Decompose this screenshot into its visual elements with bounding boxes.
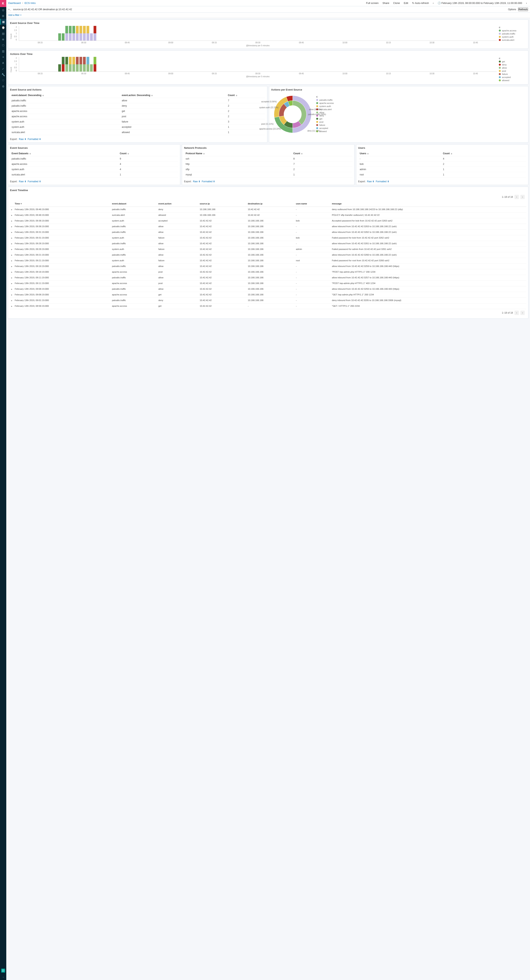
bar-segment[interactable] <box>65 57 68 64</box>
bar-segment[interactable] <box>65 64 68 72</box>
nav-maps-icon[interactable]: ⊕ <box>0 37 6 42</box>
timeline-row[interactable]: ▸February 13th 2019, 09:36:19.000system.… <box>10 218 526 224</box>
export-formatted-link[interactable]: Formatted ⬇ <box>28 138 41 140</box>
legend-item[interactable]: system.auth <box>499 36 526 38</box>
expand-row-icon[interactable]: ▸ <box>10 258 14 264</box>
timeline-row[interactable]: ▸February 13th 2019, 09:26:19.000system.… <box>10 247 526 252</box>
timerange-picker[interactable]: 🕓 February 13th 2019, 08:00:00.000 to Fe… <box>436 1 523 5</box>
chart-bars[interactable] <box>19 26 497 41</box>
legend-collapse-icon[interactable]: ◐ <box>316 95 318 98</box>
expand-row-icon[interactable]: ▸ <box>10 292 14 298</box>
table-row[interactable]: http7 <box>184 162 352 167</box>
column-header[interactable]: destination.ip <box>247 201 295 207</box>
table-row[interactable]: admin1 <box>358 167 526 172</box>
timerange-prev-icon[interactable]: ‹ <box>431 1 435 5</box>
kibana-logo[interactable]: K <box>0 0 6 7</box>
column-header[interactable]: user.name <box>295 201 331 207</box>
nav-logs-icon[interactable]: ≡ <box>0 54 6 60</box>
nav-collapse-icon[interactable]: → <box>0 974 6 980</box>
bar-segment[interactable] <box>80 26 82 33</box>
legend-item[interactable]: post <box>316 121 344 123</box>
add-filter-button[interactable]: Add a filter + <box>8 14 22 16</box>
timeline-row[interactable]: ▸February 13th 2019, 09:11:19.000apache.… <box>10 281 526 286</box>
export-raw-link[interactable]: Raw ⬇ <box>193 180 200 183</box>
nav-visualize-icon[interactable]: ⊞ <box>0 13 6 19</box>
refresh-button[interactable]: Refresh <box>518 8 528 11</box>
table-row[interactable]: system.authaccepted1 <box>10 124 265 130</box>
legend-item[interactable]: get <box>499 60 526 63</box>
table-row[interactable]: paloalto.trafficallow7 <box>10 98 265 103</box>
table-row[interactable]: apache.accesspost2 <box>10 114 265 119</box>
timeline-row[interactable]: ▸February 13th 2019, 08:56:19.000apache.… <box>10 304 526 309</box>
bar-segment[interactable] <box>58 64 61 72</box>
share-button[interactable]: Share <box>381 1 391 5</box>
legend-item[interactable]: paloalto.traffic <box>499 33 526 35</box>
bar-segment[interactable] <box>86 26 89 33</box>
timeline-row[interactable]: ▸February 13th 2019, 09:11:19.000paloalt… <box>10 275 526 281</box>
timeline-row[interactable]: ▸February 13th 2019, 09:46:19.000paloalt… <box>10 207 526 212</box>
bar-segment[interactable] <box>76 26 79 33</box>
nav-uptime-icon[interactable]: ✓ <box>0 66 6 72</box>
expand-row-icon[interactable]: ▸ <box>10 212 14 218</box>
fullscreen-button[interactable]: Full screen <box>365 1 380 5</box>
table-row[interactable]: paloalto.trafficdeny2 <box>10 103 265 108</box>
legend-item[interactable]: failure <box>316 124 344 126</box>
pager-prev-icon[interactable]: ‹ <box>514 311 519 315</box>
export-raw-link[interactable]: Raw ⬇ <box>19 138 26 140</box>
nav-timelion-icon[interactable]: ⌚ <box>0 25 6 30</box>
timeline-row[interactable]: ▸February 13th 2019, 09:21:19.000system.… <box>10 258 526 264</box>
bar-segment[interactable] <box>86 64 89 72</box>
bar-segment[interactable] <box>94 57 96 64</box>
expand-row-icon[interactable]: ▸ <box>10 275 14 281</box>
nav-apm-icon[interactable]: ⋔ <box>0 60 6 66</box>
table-row[interactable]: root1 <box>358 172 526 177</box>
nav-ml-icon[interactable]: ⬡ <box>0 42 6 48</box>
pager-next-icon[interactable]: › <box>520 311 525 315</box>
column-header[interactable]: event.action: Descending ◆ <box>120 93 227 98</box>
bar-segment[interactable] <box>69 57 72 64</box>
column-header[interactable]: event.action <box>157 201 198 207</box>
legend-item[interactable]: allowed <box>499 79 526 81</box>
options-link[interactable]: Options <box>508 8 516 11</box>
chart-bars[interactable] <box>19 57 497 72</box>
expand-row-icon[interactable]: ▸ <box>10 298 14 304</box>
expand-row-icon[interactable]: ▸ <box>10 241 14 247</box>
export-raw-link[interactable]: Raw ⬇ <box>19 180 26 183</box>
nav-dashboard-icon[interactable]: ▦ <box>0 19 6 25</box>
table-row[interactable]: apache.accessget2 <box>10 108 265 114</box>
expand-row-icon[interactable]: ▸ <box>10 247 14 252</box>
legend-item[interactable]: get <box>316 118 344 120</box>
timeline-row[interactable]: ▸February 13th 2019, 09:31:19.000paloalt… <box>10 229 526 235</box>
nav-default-icon[interactable]: D <box>1 969 5 972</box>
column-header[interactable]: event.dataset <box>111 201 157 207</box>
export-raw-link[interactable]: Raw ⬇ <box>367 180 374 183</box>
bar-segment[interactable] <box>62 64 64 72</box>
timeline-row[interactable]: ▸February 13th 2019, 09:26:19.000paloalt… <box>10 241 526 247</box>
column-header[interactable]: Time ▾ <box>14 201 111 207</box>
export-formatted-link[interactable]: Formatted ⬇ <box>28 180 41 183</box>
export-formatted-link[interactable]: Formatted ⬇ <box>202 180 215 183</box>
autorefresh-button[interactable]: ↻ Auto-refresh <box>411 1 430 5</box>
column-header[interactable]: Count ◆ <box>292 151 352 156</box>
bar-segment[interactable] <box>72 33 75 41</box>
edit-button[interactable]: Edit <box>403 1 409 5</box>
bar-segment[interactable] <box>69 33 72 41</box>
bar-segment[interactable] <box>86 33 89 41</box>
bar-segment[interactable] <box>65 26 68 33</box>
bar-segment[interactable] <box>86 57 89 64</box>
breadcrumb-page[interactable]: ECS Intro <box>24 2 35 5</box>
legend-item[interactable]: post <box>499 70 526 72</box>
timeline-row[interactable]: ▸February 13th 2019, 09:46:19.000suricat… <box>10 212 526 218</box>
bar-segment[interactable] <box>58 33 61 41</box>
bar-segment[interactable] <box>62 33 64 41</box>
legend-collapse-icon[interactable]: ◐ <box>499 57 501 60</box>
table-row[interactable]: mysql1 <box>184 172 352 177</box>
pager-prev-icon[interactable]: ‹ <box>514 195 519 199</box>
table-row[interactable]: suricata.alert1 <box>10 172 178 177</box>
table-row[interactable]: system.auth4 <box>10 167 178 172</box>
timeline-row[interactable]: ▸February 13th 2019, 09:16:19.000apache.… <box>10 269 526 275</box>
query-input[interactable] <box>13 8 506 11</box>
bar-segment[interactable] <box>65 33 68 41</box>
column-header[interactable]: Count ◆ <box>441 151 526 156</box>
timeline-row[interactable]: ▸February 13th 2019, 09:31:19.000system.… <box>10 235 526 241</box>
